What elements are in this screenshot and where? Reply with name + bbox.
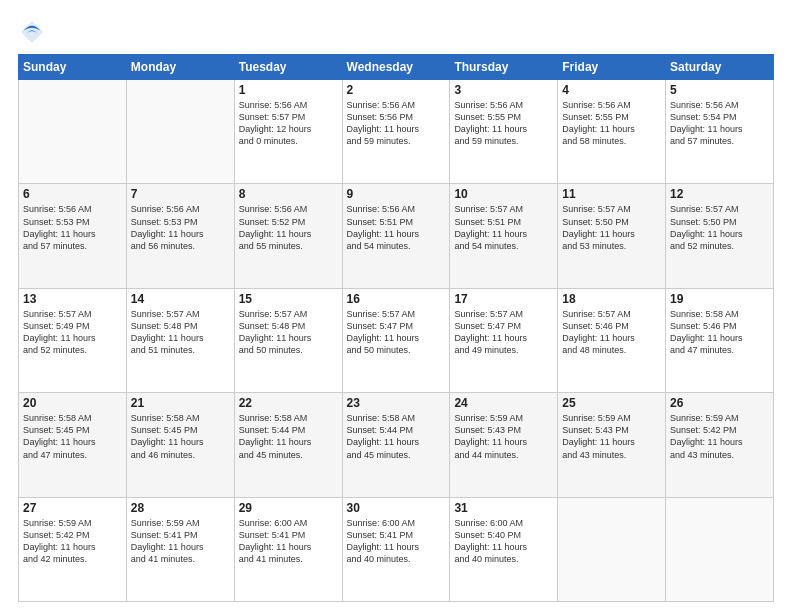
logo-icon — [18, 18, 46, 46]
day-number: 11 — [562, 187, 661, 201]
day-cell: 17Sunrise: 5:57 AM Sunset: 5:47 PM Dayli… — [450, 288, 558, 392]
day-number: 7 — [131, 187, 230, 201]
day-info: Sunrise: 5:58 AM Sunset: 5:45 PM Dayligh… — [131, 412, 230, 461]
day-number: 23 — [347, 396, 446, 410]
day-cell: 2Sunrise: 5:56 AM Sunset: 5:56 PM Daylig… — [342, 80, 450, 184]
day-number: 16 — [347, 292, 446, 306]
day-cell: 1Sunrise: 5:56 AM Sunset: 5:57 PM Daylig… — [234, 80, 342, 184]
day-cell: 23Sunrise: 5:58 AM Sunset: 5:44 PM Dayli… — [342, 393, 450, 497]
day-number: 27 — [23, 501, 122, 515]
week-row-4: 20Sunrise: 5:58 AM Sunset: 5:45 PM Dayli… — [19, 393, 774, 497]
day-info: Sunrise: 5:57 AM Sunset: 5:47 PM Dayligh… — [454, 308, 553, 357]
day-number: 21 — [131, 396, 230, 410]
day-info: Sunrise: 6:00 AM Sunset: 5:40 PM Dayligh… — [454, 517, 553, 566]
day-number: 15 — [239, 292, 338, 306]
day-number: 17 — [454, 292, 553, 306]
col-header-monday: Monday — [126, 55, 234, 80]
day-info: Sunrise: 5:57 AM Sunset: 5:49 PM Dayligh… — [23, 308, 122, 357]
header — [18, 18, 774, 46]
day-number: 29 — [239, 501, 338, 515]
header-row: SundayMondayTuesdayWednesdayThursdayFrid… — [19, 55, 774, 80]
day-cell: 5Sunrise: 5:56 AM Sunset: 5:54 PM Daylig… — [666, 80, 774, 184]
week-row-5: 27Sunrise: 5:59 AM Sunset: 5:42 PM Dayli… — [19, 497, 774, 601]
day-cell: 30Sunrise: 6:00 AM Sunset: 5:41 PM Dayli… — [342, 497, 450, 601]
day-info: Sunrise: 5:59 AM Sunset: 5:42 PM Dayligh… — [670, 412, 769, 461]
svg-marker-0 — [21, 21, 43, 43]
day-info: Sunrise: 5:56 AM Sunset: 5:53 PM Dayligh… — [131, 203, 230, 252]
col-header-saturday: Saturday — [666, 55, 774, 80]
col-header-tuesday: Tuesday — [234, 55, 342, 80]
day-cell: 26Sunrise: 5:59 AM Sunset: 5:42 PM Dayli… — [666, 393, 774, 497]
day-info: Sunrise: 5:56 AM Sunset: 5:57 PM Dayligh… — [239, 99, 338, 148]
day-number: 10 — [454, 187, 553, 201]
day-cell: 29Sunrise: 6:00 AM Sunset: 5:41 PM Dayli… — [234, 497, 342, 601]
day-cell: 20Sunrise: 5:58 AM Sunset: 5:45 PM Dayli… — [19, 393, 127, 497]
day-number: 8 — [239, 187, 338, 201]
day-number: 25 — [562, 396, 661, 410]
day-info: Sunrise: 5:59 AM Sunset: 5:43 PM Dayligh… — [454, 412, 553, 461]
day-info: Sunrise: 5:57 AM Sunset: 5:48 PM Dayligh… — [239, 308, 338, 357]
day-info: Sunrise: 5:58 AM Sunset: 5:45 PM Dayligh… — [23, 412, 122, 461]
day-cell — [19, 80, 127, 184]
day-info: Sunrise: 5:56 AM Sunset: 5:51 PM Dayligh… — [347, 203, 446, 252]
day-number: 4 — [562, 83, 661, 97]
day-cell: 6Sunrise: 5:56 AM Sunset: 5:53 PM Daylig… — [19, 184, 127, 288]
day-number: 28 — [131, 501, 230, 515]
day-info: Sunrise: 5:57 AM Sunset: 5:48 PM Dayligh… — [131, 308, 230, 357]
day-info: Sunrise: 5:58 AM Sunset: 5:44 PM Dayligh… — [347, 412, 446, 461]
day-cell — [666, 497, 774, 601]
day-number: 31 — [454, 501, 553, 515]
day-info: Sunrise: 5:58 AM Sunset: 5:44 PM Dayligh… — [239, 412, 338, 461]
day-number: 1 — [239, 83, 338, 97]
col-header-sunday: Sunday — [19, 55, 127, 80]
day-number: 20 — [23, 396, 122, 410]
day-cell: 16Sunrise: 5:57 AM Sunset: 5:47 PM Dayli… — [342, 288, 450, 392]
day-cell: 27Sunrise: 5:59 AM Sunset: 5:42 PM Dayli… — [19, 497, 127, 601]
day-info: Sunrise: 5:57 AM Sunset: 5:46 PM Dayligh… — [562, 308, 661, 357]
day-number: 2 — [347, 83, 446, 97]
day-cell: 9Sunrise: 5:56 AM Sunset: 5:51 PM Daylig… — [342, 184, 450, 288]
day-cell: 24Sunrise: 5:59 AM Sunset: 5:43 PM Dayli… — [450, 393, 558, 497]
day-cell: 18Sunrise: 5:57 AM Sunset: 5:46 PM Dayli… — [558, 288, 666, 392]
day-cell: 11Sunrise: 5:57 AM Sunset: 5:50 PM Dayli… — [558, 184, 666, 288]
week-row-3: 13Sunrise: 5:57 AM Sunset: 5:49 PM Dayli… — [19, 288, 774, 392]
logo — [18, 18, 50, 46]
day-info: Sunrise: 6:00 AM Sunset: 5:41 PM Dayligh… — [239, 517, 338, 566]
day-number: 19 — [670, 292, 769, 306]
day-info: Sunrise: 5:57 AM Sunset: 5:50 PM Dayligh… — [562, 203, 661, 252]
day-info: Sunrise: 5:57 AM Sunset: 5:50 PM Dayligh… — [670, 203, 769, 252]
day-number: 24 — [454, 396, 553, 410]
day-number: 26 — [670, 396, 769, 410]
day-cell: 13Sunrise: 5:57 AM Sunset: 5:49 PM Dayli… — [19, 288, 127, 392]
day-cell: 19Sunrise: 5:58 AM Sunset: 5:46 PM Dayli… — [666, 288, 774, 392]
week-row-2: 6Sunrise: 5:56 AM Sunset: 5:53 PM Daylig… — [19, 184, 774, 288]
day-info: Sunrise: 5:56 AM Sunset: 5:54 PM Dayligh… — [670, 99, 769, 148]
col-header-wednesday: Wednesday — [342, 55, 450, 80]
day-cell: 21Sunrise: 5:58 AM Sunset: 5:45 PM Dayli… — [126, 393, 234, 497]
day-number: 30 — [347, 501, 446, 515]
day-info: Sunrise: 5:58 AM Sunset: 5:46 PM Dayligh… — [670, 308, 769, 357]
day-info: Sunrise: 5:57 AM Sunset: 5:51 PM Dayligh… — [454, 203, 553, 252]
col-header-friday: Friday — [558, 55, 666, 80]
day-cell: 22Sunrise: 5:58 AM Sunset: 5:44 PM Dayli… — [234, 393, 342, 497]
day-info: Sunrise: 6:00 AM Sunset: 5:41 PM Dayligh… — [347, 517, 446, 566]
day-cell — [126, 80, 234, 184]
day-cell: 4Sunrise: 5:56 AM Sunset: 5:55 PM Daylig… — [558, 80, 666, 184]
day-number: 5 — [670, 83, 769, 97]
day-cell — [558, 497, 666, 601]
day-cell: 28Sunrise: 5:59 AM Sunset: 5:41 PM Dayli… — [126, 497, 234, 601]
day-cell: 3Sunrise: 5:56 AM Sunset: 5:55 PM Daylig… — [450, 80, 558, 184]
day-number: 3 — [454, 83, 553, 97]
day-cell: 12Sunrise: 5:57 AM Sunset: 5:50 PM Dayli… — [666, 184, 774, 288]
day-info: Sunrise: 5:56 AM Sunset: 5:53 PM Dayligh… — [23, 203, 122, 252]
day-number: 18 — [562, 292, 661, 306]
calendar: SundayMondayTuesdayWednesdayThursdayFrid… — [18, 54, 774, 602]
day-number: 6 — [23, 187, 122, 201]
day-cell: 15Sunrise: 5:57 AM Sunset: 5:48 PM Dayli… — [234, 288, 342, 392]
day-cell: 10Sunrise: 5:57 AM Sunset: 5:51 PM Dayli… — [450, 184, 558, 288]
day-number: 12 — [670, 187, 769, 201]
day-info: Sunrise: 5:56 AM Sunset: 5:56 PM Dayligh… — [347, 99, 446, 148]
day-info: Sunrise: 5:56 AM Sunset: 5:55 PM Dayligh… — [454, 99, 553, 148]
day-cell: 25Sunrise: 5:59 AM Sunset: 5:43 PM Dayli… — [558, 393, 666, 497]
day-cell: 8Sunrise: 5:56 AM Sunset: 5:52 PM Daylig… — [234, 184, 342, 288]
